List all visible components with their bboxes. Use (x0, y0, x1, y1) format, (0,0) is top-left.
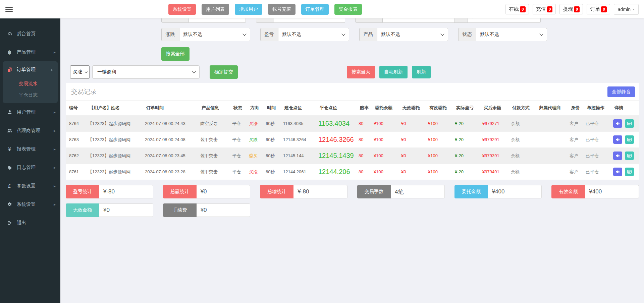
column-header: 【用户名】姓名 (86, 101, 143, 116)
direction-select[interactable]: 买涨 (70, 65, 90, 79)
sidebar-item-reports[interactable]: ¥ 报表管理 ▸ (0, 140, 60, 158)
cell-product: 装甲突击 (198, 164, 230, 180)
topbar-status-item[interactable]: 在线 0 (505, 4, 529, 14)
filter-select-group: 产品 默认不选 (359, 28, 448, 41)
filter-select[interactable]: 默认不选 (377, 28, 448, 41)
column-header: 时间 (264, 101, 281, 116)
stat-box: 总赢统计 ¥0 (163, 185, 251, 198)
cell-direction: 买涨 (247, 164, 264, 180)
cell-actual-pnl: ¥-20 (453, 164, 480, 180)
topbar-status-item[interactable]: 订单 0 (587, 4, 610, 14)
refresh-button[interactable]: 刷新 (412, 66, 431, 78)
sidebar-item-params[interactable]: £ 参数设置 ▸ (0, 177, 60, 195)
filter-select[interactable]: 默认不选 (476, 28, 547, 41)
sidebar-item-label: 报表管理 (17, 146, 49, 152)
filter-select-label: 状态 (458, 28, 476, 41)
cell-product: 装甲突击 (198, 148, 230, 164)
sound-button[interactable] (613, 152, 622, 160)
topbar-nav-button[interactable]: 资金报表 (334, 4, 362, 15)
cell-open-point: 12145.144 (281, 148, 316, 164)
stat-label: 无效金额 (66, 203, 99, 217)
sidebar-item-products[interactable]: ฿ 产品管理 ▸ (0, 43, 60, 61)
cell-detail (611, 116, 639, 132)
sidebar-item-close-log[interactable]: 平仓日志 (3, 89, 58, 101)
chevron-right-icon: ▸ (54, 50, 56, 55)
cell-actual-pnl: ¥-20 (453, 148, 480, 164)
sound-button[interactable] (613, 168, 622, 176)
sound-button[interactable] (613, 135, 622, 144)
topbar-nav-button[interactable]: 系统设置 (168, 4, 196, 15)
cell-duration: 60秒 (264, 132, 281, 148)
status-label: 提现 (563, 6, 573, 12)
users-icon (7, 128, 12, 133)
user-menu[interactable]: admin ▾ (614, 4, 639, 15)
cell-invalid-entrust: ¥0 (399, 116, 426, 132)
detail-button[interactable] (625, 152, 634, 160)
search-today-button[interactable]: 搜索当天 (347, 66, 375, 78)
chevron-right-icon: ▸ (54, 202, 56, 207)
sidebar-group-orders: 订单管理 ▸ 交易流水 平仓日志 (3, 61, 58, 103)
filter-select[interactable]: 默认不选 (278, 28, 349, 41)
cell-close-point: 12144.206 (316, 164, 357, 180)
topbar-nav-button[interactable]: 增加用户 (235, 4, 262, 15)
list-icon (627, 137, 632, 142)
sidebar-item-trade-flow[interactable]: 交易流水 (3, 78, 58, 89)
stat-value: ¥400 (585, 185, 639, 198)
stat-value: ¥0 (99, 203, 153, 217)
cell-duration: 60秒 (264, 164, 281, 180)
topbar-nav-button[interactable]: 用户列表 (202, 4, 229, 15)
filter-select[interactable]: 默认不选 (179, 28, 250, 41)
topbar: 系统设置 用户列表 增加用户 帐号充值 订单管理 资金报表 在线 0 充值 0 (0, 0, 644, 18)
gears-icon (7, 202, 12, 207)
cell-order-time: 2024-07-08 00:24:43 (143, 116, 198, 132)
detail-button[interactable] (625, 135, 634, 144)
topbar-status-item[interactable]: 充值 0 (533, 4, 556, 14)
auto-refresh-button[interactable]: 自动刷新 (379, 66, 408, 78)
panel-title: 交易记录 (71, 87, 97, 96)
hamburger-menu-icon[interactable] (5, 6, 13, 13)
sidebar-item-agents[interactable]: 代理商管理 ▸ (0, 121, 60, 140)
cell-valid-entrust: ¥100 (426, 116, 453, 132)
selected-value: 默认不选 (282, 32, 301, 38)
status-badge: 0 (574, 6, 580, 12)
cell-open-point: 1163.4035 (281, 116, 316, 132)
sidebar-item-label: 日志管理 (17, 165, 49, 171)
panel-header: 交易记录 全部静音 (66, 83, 639, 100)
topbar-nav-button[interactable]: 订单管理 (301, 4, 329, 15)
list-icon (627, 153, 632, 158)
sound-button[interactable] (613, 119, 622, 128)
profit-mode-select[interactable]: 一键盈利 (92, 65, 200, 79)
status-badge: 0 (520, 6, 526, 12)
sidebar-item-settings[interactable]: 系统设置 ▸ (0, 195, 60, 214)
chevron-down-icon (341, 32, 345, 36)
chevron-right-icon: ▸ (54, 147, 56, 152)
cell-balance-after: ¥979291 (480, 132, 509, 148)
speaker-icon (615, 121, 620, 126)
topbar-nav: 系统设置 用户列表 增加用户 帐号充值 订单管理 资金报表 (168, 4, 362, 15)
stat-box: 有效金额 ¥400 (551, 185, 639, 198)
cell-odds: 80 (357, 148, 372, 164)
sidebar-item-users[interactable]: 用户管理 ▸ (0, 103, 60, 121)
list-icon (627, 121, 632, 126)
sidebar-item-orders[interactable]: 订单管理 ▸ (3, 61, 58, 78)
submit-button[interactable]: 确定提交 (210, 65, 238, 79)
mute-all-button[interactable]: 全部静音 (607, 86, 635, 97)
bulk-actions-row: 买涨 一键盈利 确定提交 搜索当天 自动刷新 刷新 (70, 65, 639, 79)
list-icon (627, 169, 632, 174)
cell-close-point: 12146.3266 (316, 132, 357, 148)
search-all-button[interactable]: 搜索全部 (161, 47, 190, 61)
sidebar-item-logout[interactable]: 退出 (0, 214, 60, 232)
detail-button[interactable] (625, 168, 634, 176)
cell-valid-entrust: ¥100 (426, 148, 453, 164)
topbar-nav-button[interactable]: 帐号充值 (268, 4, 296, 15)
dashboard-icon (7, 31, 12, 37)
close-point-value: 1163.4034 (318, 120, 350, 127)
sidebar-item-dashboard[interactable]: 后台首页 (0, 24, 60, 43)
filter-select-group: 涨跌 默认不选 (161, 28, 250, 41)
topbar-status-item[interactable]: 提现 0 (559, 4, 583, 14)
sidebar-item-logs[interactable]: 日志管理 ▸ (0, 158, 60, 177)
column-header: 详情 (611, 101, 639, 116)
cell-product: 装甲突击 (198, 132, 230, 148)
detail-button[interactable] (625, 119, 634, 128)
cell-agent (536, 148, 568, 164)
